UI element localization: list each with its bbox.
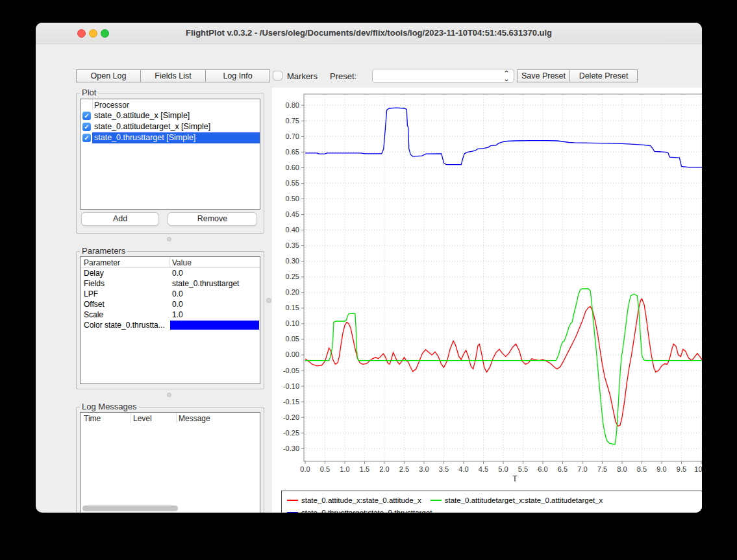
series-label: state_0.attitude_x [Simple] [92,110,260,121]
parameter-name: Offset [84,300,168,309]
preset-combobox[interactable]: ⌃⌄ [372,69,514,83]
log-col-message: Message [179,414,210,423]
y-tick-label: -0.10 [283,382,299,390]
y-tick-label: 0.40 [286,226,299,234]
series-label: state_0.thrusttarget [Simple] [92,132,260,143]
y-tick-label: 0.75 [286,117,299,125]
plot-group-title: Plot [80,88,98,97]
legend-row: state_0.thrusttarget:state_0.thrusttarge… [287,506,702,513]
splitter-handle-top[interactable] [167,237,171,241]
y-tick-label: 0.15 [286,304,299,311]
splitter-handle-bottom[interactable] [167,393,171,397]
parameter-row[interactable]: LPF0.0 [81,289,260,299]
plot-series-row[interactable]: ✓state_0.thrusttarget [Simple] [81,132,260,143]
x-tick-label: 4.5 [479,465,488,473]
remove-button[interactable]: Remove [168,212,257,226]
plot-list-header-separator [92,99,93,110]
y-tick-label: 0.80 [286,101,299,109]
parameter-value: 0.0 [172,289,183,298]
add-button[interactable]: Add [81,212,159,226]
log-col-time: Time [84,414,101,423]
x-tick-label: 1.0 [340,465,349,473]
plot-series-row[interactable]: ✓state_0.attitude_x [Simple] [81,110,260,121]
log-col-separator-2 [176,413,177,423]
log-col-separator-1 [131,413,131,423]
series-label: state_0.attitudetarget_x [Simple] [92,121,260,132]
x-tick-label: 3.5 [439,465,449,473]
x-tick-label: 8.5 [637,465,647,473]
parameter-value: 0.0 [172,300,183,309]
x-tick-label: 0.5 [320,465,330,473]
parameter-value: 1.0 [172,310,183,319]
y-tick-label: -0.05 [283,367,299,374]
parameter-name: Delay [84,269,168,278]
markers-checkbox[interactable] [273,71,282,80]
legend-item: state_0.attitudetarget_x:state_0.attitud… [431,496,603,504]
x-tick-label: 9.0 [656,465,666,473]
parameter-name: Scale [84,310,168,319]
chart-panel: -0.30-0.25-0.20-0.15-0.10-0.050.000.050.… [272,88,702,513]
y-tick-label: -0.20 [283,413,299,421]
parameter-name: LPF [84,289,168,298]
x-tick-label: 10.0 [694,465,702,473]
preset-label: Preset: [330,71,356,81]
parameter-value: 0.0 [172,269,183,278]
x-tick-label: 6.5 [558,465,568,473]
x-tick-label: 1.5 [360,465,369,473]
x-tick-label: 7.0 [577,465,587,473]
y-tick-label: 0.60 [286,164,299,171]
color-swatch[interactable] [170,321,259,330]
titlebar[interactable]: FlightPlot v.0.3.2 - /Users/oleg/Documen… [36,23,702,43]
y-tick-label: -0.30 [283,444,299,452]
markers-label: Markers [287,71,318,81]
open-log-button[interactable]: Open Log [76,69,141,82]
parameter-value: state_0.thrusttarget [172,279,239,288]
legend-item: state_0.attitude_x:state_0.attitude_x [287,496,421,504]
parameter-row[interactable]: Scale1.0 [81,310,260,320]
x-tick-label: 4.0 [458,465,468,473]
horizontal-scrollbar-thumb[interactable] [82,505,178,511]
plot-background [304,94,702,461]
parameter-row[interactable]: Delay0.0 [81,268,260,278]
screen: FlightPlot v.0.3.2 - /Users/oleg/Documen… [0,0,737,560]
y-tick-label: 0.35 [286,241,299,249]
parameters-table[interactable]: Parameter Value Delay0.0Fieldsstate_0.th… [80,256,260,384]
parameter-row[interactable]: Fieldsstate_0.thrusttarget [81,278,260,289]
y-tick-label: 0.65 [286,148,299,156]
log-messages-table[interactable]: Time Level Message [80,412,260,513]
series-checkbox[interactable]: ✓ [82,112,91,120]
y-tick-label: -0.15 [283,398,299,406]
parameter-row[interactable]: Color state_0.thrustta... [81,320,260,330]
plot-series-row[interactable]: ✓state_0.attitudetarget_x [Simple] [81,121,260,132]
log-table-header: Time Level Message [81,413,260,424]
delete-preset-button[interactable]: Delete Preset [569,69,638,82]
series-checkbox[interactable]: ✓ [82,134,91,142]
plot-list-header: Processor [81,99,260,110]
legend-text: state_0.attitudetarget_x:state_0.attitud… [445,496,603,504]
y-tick-label: 0.20 [286,288,299,296]
vertical-splitter-handle[interactable] [266,298,271,303]
plot-list-column-header: Processor [94,101,129,110]
x-tick-label: 5.5 [518,465,528,473]
parameters-col-parameter: Parameter [84,258,120,267]
parameter-row[interactable]: Offset0.0 [81,299,260,310]
x-tick-label: 3.0 [419,465,429,473]
plot-series-list[interactable]: Processor ✓state_0.attitude_x [Simple]✓s… [80,99,260,210]
legend-row: state_0.attitude_x:state_0.attitude_xsta… [287,494,702,506]
y-tick-label: 0.55 [286,179,299,187]
flightplot-window: FlightPlot v.0.3.2 - /Users/oleg/Documen… [36,23,702,513]
series-checkbox[interactable]: ✓ [82,123,91,131]
parameters-table-header: Parameter Value [81,257,260,268]
y-tick-label: 0.10 [286,319,299,327]
parameter-name: Color state_0.thrustta... [84,321,168,330]
chart-plot-area[interactable]: -0.30-0.25-0.20-0.15-0.10-0.050.000.050.… [272,88,702,513]
save-preset-button[interactable]: Save Preset [517,69,570,82]
x-axis-label: T [512,474,518,483]
y-tick-label: 0.50 [286,195,299,202]
x-tick-label: 9.5 [677,465,686,473]
y-tick-label: -0.25 [283,429,299,437]
combobox-stepper-icon: ⌃⌄ [503,70,510,83]
y-tick-label: 0.00 [286,350,299,358]
fields-list-button[interactable]: Fields List [140,69,206,82]
log-info-button[interactable]: Log Info [205,69,270,82]
